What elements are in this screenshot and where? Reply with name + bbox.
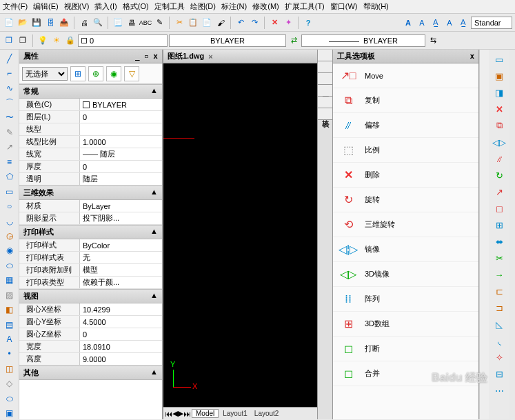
palette-scrollbar[interactable] [479, 50, 489, 419]
point-icon[interactable]: • [3, 348, 16, 360]
drawing-tab[interactable]: 图纸1.dwg × [163, 50, 317, 63]
image-icon[interactable]: ▣ [3, 408, 16, 419]
prop-plotattach[interactable]: 打印表附加到模型 [19, 264, 162, 277]
r-chamfer-icon[interactable]: ◺ [492, 317, 506, 331]
tool-mirror[interactable]: ◁¦▷镜像 [333, 237, 478, 262]
panel-controls[interactable]: _ ▫ x [135, 52, 158, 61]
r-mirror-icon[interactable]: ◁▷ [492, 135, 506, 149]
prop-ltscale[interactable]: 线型比例1.0000 [19, 136, 162, 148]
prop-shadow[interactable]: 阴影显示投下阴影... [19, 212, 162, 225]
r-scale-icon[interactable]: ◻ [492, 201, 506, 215]
section-general[interactable]: 常规▲ [19, 84, 162, 99]
text2-icon[interactable]: A [3, 333, 16, 345]
arc-icon[interactable]: ⌒ [3, 97, 16, 108]
gradient-icon[interactable]: ▨ [3, 289, 16, 301]
prop-material[interactable]: 材质ByLayer [19, 200, 162, 212]
model-tab[interactable]: Model [192, 409, 219, 418]
menu-draw[interactable]: 绘图(D) [190, 1, 216, 12]
curve-icon[interactable]: 〜 [3, 112, 16, 123]
sketch-icon[interactable]: ✎ [3, 126, 16, 138]
tool-erase[interactable]: ✕删除 [333, 163, 478, 188]
r-fillet-icon[interactable]: ◟ [492, 334, 506, 348]
save-icon[interactable]: 💾 [30, 17, 43, 29]
section-other[interactable]: 其他▲ [19, 366, 162, 380]
tool-join[interactable]: ◻合并 [333, 361, 478, 386]
xline-icon[interactable]: ↗ [3, 141, 16, 153]
tool-break[interactable]: ◻打断 [333, 337, 478, 361]
plotter-icon[interactable]: 🖶 [125, 17, 138, 29]
vtab-3dorbit[interactable]: 三维动态观察 [318, 85, 332, 97]
saveall-icon[interactable]: 🗄 [44, 17, 57, 29]
vtab-hatch[interactable]: 图案填充 [318, 73, 332, 85]
layer-state-icon[interactable]: ❒ [17, 34, 29, 47]
r-rotate-icon[interactable]: ↻ [492, 168, 506, 182]
quickselect-icon[interactable]: ⊞ [70, 66, 85, 81]
bulb-icon[interactable]: 💡 [37, 34, 49, 47]
menu-dimension[interactable]: 标注(N) [221, 1, 247, 12]
menu-format[interactable]: 格式(O) [123, 1, 149, 12]
r-more-icon[interactable]: ⋯ [492, 383, 506, 397]
textA3-icon[interactable]: A̲ [430, 17, 442, 29]
match-icon[interactable]: 🖌 [214, 17, 227, 29]
ellipse-icon[interactable]: ⬭ [3, 259, 16, 271]
tool-scale[interactable]: ⬚比例 [333, 138, 478, 163]
drawing-area[interactable]: Y X [163, 63, 317, 407]
textA4-icon[interactable]: A [443, 17, 456, 29]
r-select-icon[interactable]: ▭ [492, 52, 506, 66]
polygon-icon[interactable]: ⬠ [3, 171, 16, 183]
textA5-icon[interactable]: A̲ [457, 17, 469, 29]
menu-view[interactable]: 视图(V) [64, 1, 90, 12]
text-icon[interactable]: ✎ [153, 17, 165, 29]
r-trim-icon[interactable]: ✂ [492, 251, 506, 265]
lock-icon[interactable]: 🔒 [64, 34, 77, 47]
menu-file[interactable]: 文件(F) [3, 1, 28, 12]
r-cancel-icon[interactable]: ✕ [492, 102, 506, 116]
r-copy-icon[interactable]: ⧉ [492, 119, 506, 132]
prop-centerx[interactable]: 圆心X坐标10.4299 [19, 303, 162, 316]
r-array-icon[interactable]: ⊞ [492, 218, 506, 232]
menu-exttool[interactable]: 扩展工具(T) [285, 1, 325, 12]
r-align-icon[interactable]: ⊟ [492, 367, 506, 381]
r-join-icon[interactable]: ⊐ [492, 301, 506, 314]
prop-centery[interactable]: 圆心Y坐标4.5000 [19, 316, 162, 328]
arc2-icon[interactable]: ◡ [3, 215, 16, 227]
tool-3drotate[interactable]: ⟲三维旋转 [333, 212, 478, 237]
prop-width[interactable]: 宽度18.0910 [19, 341, 162, 353]
menu-edit[interactable]: 编辑(E) [33, 1, 59, 12]
spline-icon[interactable]: ∿ [3, 82, 16, 94]
r-stretch-icon[interactable]: ⬌ [492, 234, 506, 248]
sun-icon[interactable]: ☀ [50, 34, 63, 47]
textstyle-dropdown[interactable]: Standar [471, 17, 512, 29]
next-tab-icon[interactable]: ▶ [178, 409, 183, 418]
donut-icon[interactable]: ◶ [3, 230, 16, 241]
tool-3darray[interactable]: ⊞3D数组 [333, 312, 478, 337]
menu-help[interactable]: 帮助(H) [363, 1, 389, 12]
print-icon[interactable]: 🖨 [78, 17, 90, 29]
new-icon[interactable]: 📄 [3, 17, 15, 29]
section-view[interactable]: 视图▲ [19, 289, 162, 303]
redo-icon[interactable]: ↷ [248, 17, 261, 29]
section-printstyle[interactable]: 打印样式▲ [19, 225, 162, 239]
layout2-tab[interactable]: Layout2 [251, 410, 283, 417]
circle-icon[interactable]: ○ [3, 200, 16, 212]
help-icon[interactable]: ? [302, 17, 314, 29]
tool-rotate[interactable]: ↻旋转 [333, 188, 478, 212]
line-icon[interactable]: ╱ [3, 52, 16, 64]
table-icon[interactable]: ▤ [3, 319, 16, 330]
mline-icon[interactable]: ≡ [3, 156, 16, 168]
selectobj-icon[interactable]: ◉ [106, 66, 121, 81]
page-icon[interactable]: 📃 [112, 17, 124, 29]
prop-transparency[interactable]: 透明随层 [19, 173, 162, 186]
r-extend-icon[interactable]: → [492, 268, 506, 281]
color-dropdown[interactable]: BYLAYER [169, 34, 286, 47]
selection-dropdown[interactable]: 无选择 [22, 67, 68, 81]
r-explode-icon[interactable]: ✧ [492, 350, 506, 364]
prop-layer[interactable]: 图层(L)0 [19, 111, 162, 123]
r-break-icon[interactable]: ⊏ [492, 284, 506, 298]
r-snap-icon[interactable]: ▣ [492, 69, 506, 83]
pan-icon[interactable]: ✦ [282, 17, 294, 29]
region-icon[interactable]: ◧ [3, 303, 16, 315]
cancel-icon[interactable]: ✕ [268, 17, 281, 29]
menu-customtool[interactable]: 定制工具 [154, 1, 185, 12]
r-layer-icon[interactable]: ◨ [492, 86, 506, 99]
